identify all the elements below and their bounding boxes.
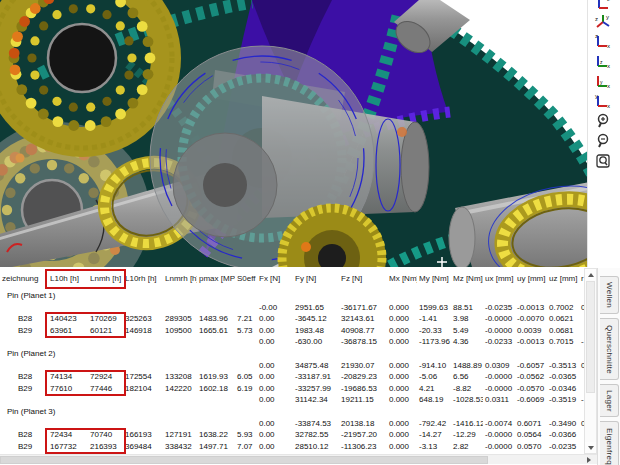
value-cell: 0.0311 (483, 394, 515, 406)
value-cell: 0.00 (257, 441, 293, 453)
value-cell: 0.000 (387, 371, 417, 383)
value-cell (163, 336, 197, 348)
value-cell (88, 302, 123, 314)
zoom-window-icon[interactable] (594, 152, 614, 170)
table-row[interactable]: B2872434707401661931271911638.225.930.00… (0, 429, 584, 441)
table-row[interactable]: B2963961601211469181095001665.615.730.00… (0, 325, 584, 337)
value-cell: -5.06 (417, 371, 451, 383)
table-row[interactable]: 0.00-33874.5320138.180.000-792.42-1416.1… (0, 418, 584, 430)
value-cell: 74134 (48, 371, 88, 383)
value-cell: 0.00 (257, 418, 293, 430)
value-cell: 28510.12 (293, 441, 339, 453)
value-cell: 0.000 (387, 325, 417, 337)
value-cell: -21957.20 (339, 429, 387, 441)
value-cell: -20829.23 (339, 371, 387, 383)
table-row[interactable]: -0.002951.65-36171.670.0001599.6388.51-0… (0, 302, 584, 314)
value-cell: 289305 (163, 313, 197, 325)
table-row[interactable]: B2977610774461821041422201602.186.190.00… (0, 383, 584, 395)
value-cell (123, 418, 163, 430)
side-tab-querschnitte[interactable]: Querschnitte (600, 318, 619, 380)
view-front-zx-icon[interactable]: xz (594, 32, 614, 50)
value-cell: -0.6069 (515, 394, 547, 406)
vertical-scroll-thumb[interactable] (586, 281, 595, 393)
row-name-cell: B28 (0, 371, 48, 383)
value-cell (123, 302, 163, 314)
side-tab-lager[interactable]: Lager (600, 384, 619, 417)
side-tab-eigenfrequenzen[interactable]: Eigenfrequenzen (600, 421, 619, 465)
column-header: zeichnung (0, 273, 48, 285)
value-cell: 5.73 (235, 325, 257, 337)
column-header: L10h [h] (48, 273, 88, 285)
value-cell: 0.00 (257, 429, 293, 441)
value-cell (88, 336, 123, 348)
value-cell: 127191 (163, 429, 197, 441)
table-row[interactable]: B2874134729241725541332081619.936.050.00… (0, 371, 584, 383)
value-cell: -0.0570 (515, 383, 547, 395)
value-cell: 1638.22 (197, 429, 235, 441)
value-cell: 4.21 (417, 383, 451, 395)
group-label: Pin (Planet 2) (0, 348, 48, 360)
value-cell: 32782.55 (293, 429, 339, 441)
side-tab-wellen[interactable]: Wellen (600, 276, 619, 314)
tab-label: Eigenfrequenzen (605, 428, 614, 465)
value-cell: 0.00 (257, 371, 293, 383)
table-vertical-scrollbar[interactable] (584, 268, 597, 454)
value-cell: 34875.48 (293, 360, 339, 372)
value-cell: 60121 (88, 325, 123, 337)
group-row[interactable]: Pin (Planet 3) (0, 406, 584, 418)
3d-model-viewport[interactable] (0, 0, 588, 267)
view-isometric-icon[interactable]: zy (594, 12, 614, 30)
value-cell: 0.0621 (547, 313, 579, 325)
group-row[interactable]: Pin (Planet 1) (0, 290, 584, 302)
up-arrow-icon (588, 273, 594, 277)
value-cell: -0.0000 (483, 371, 515, 383)
value-cell: -0.0365 (547, 371, 579, 383)
table-row[interactable]: 0.0034875.4821930.070.000-914.101488.890… (0, 360, 584, 372)
svg-text:y: y (606, 14, 609, 20)
value-cell: 0.0570 (515, 441, 547, 453)
horizontal-scroll-thumb[interactable] (0, 456, 488, 464)
value-cell: 0.00 (257, 313, 293, 325)
row-name-cell: B29 (0, 441, 48, 453)
value-cell: -0.6057 (515, 360, 547, 372)
value-cell: 32143.61 (339, 313, 387, 325)
zoom-in-icon[interactable] (594, 112, 614, 130)
view-orientation-1-icon[interactable]: z (594, 0, 614, 11)
value-cell: 0.000 (387, 429, 417, 441)
table-horizontal-scrollbar[interactable] (0, 454, 597, 464)
value-cell: -0.0000 (483, 313, 515, 325)
value-cell: 1983.48 (293, 325, 339, 337)
column-header: Fy [N] (293, 273, 339, 285)
table-row[interactable]: 0.0031142.3419211.150.000648.19-1028.530… (0, 394, 584, 406)
scroll-up-button[interactable] (585, 269, 596, 280)
scroll-right-button[interactable] (583, 456, 595, 464)
value-cell (123, 394, 163, 406)
value-cell (235, 360, 257, 372)
view-left-yx-icon[interactable]: xy (594, 92, 614, 110)
table-row[interactable]: B291677322163933694843384321497.717.070.… (0, 441, 584, 453)
right-arrow-icon (587, 457, 591, 463)
value-cell: -0.0013 (515, 302, 547, 314)
scroll-down-button[interactable] (585, 442, 596, 453)
row-name-cell (0, 336, 48, 348)
value-cell: 72924 (88, 371, 123, 383)
table-row[interactable]: B281404231702693252632893051483.967.210.… (0, 313, 584, 325)
value-cell: 0.7002 (547, 302, 579, 314)
value-cell: 0.000 (387, 302, 417, 314)
column-header: Lnmrh [h] (163, 273, 197, 285)
value-cell (197, 302, 235, 314)
value-cell: 7.07 (235, 441, 257, 453)
value-cell: -11306.23 (339, 441, 387, 453)
group-row[interactable]: Pin (Planet 2) (0, 348, 584, 360)
view-right-zx-icon[interactable]: xz (594, 52, 614, 70)
value-cell (48, 394, 88, 406)
zoom-out-icon[interactable] (594, 132, 614, 150)
value-cell: -0.0366 (547, 429, 579, 441)
value-cell (163, 360, 197, 372)
table-row[interactable]: 0.00-630.00-36878.150.000-1173.964.36-0.… (0, 336, 584, 348)
view-top-yx-icon[interactable]: xy (594, 72, 614, 90)
value-cell (197, 336, 235, 348)
value-cell: -0.0000 (483, 383, 515, 395)
value-cell: 338432 (163, 441, 197, 453)
value-cell (197, 394, 235, 406)
